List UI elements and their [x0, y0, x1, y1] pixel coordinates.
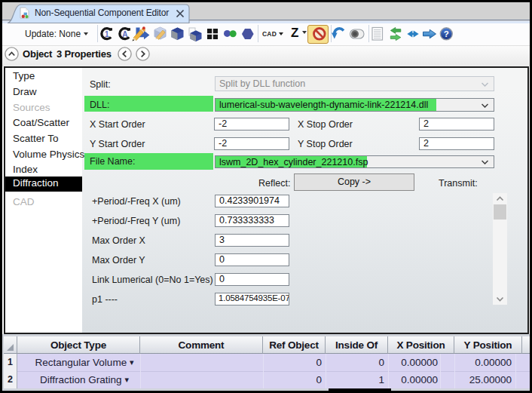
svg-text:?: ?	[444, 29, 449, 38]
svg-text:1: 1	[105, 30, 109, 38]
svg-text:A: A	[122, 30, 127, 38]
